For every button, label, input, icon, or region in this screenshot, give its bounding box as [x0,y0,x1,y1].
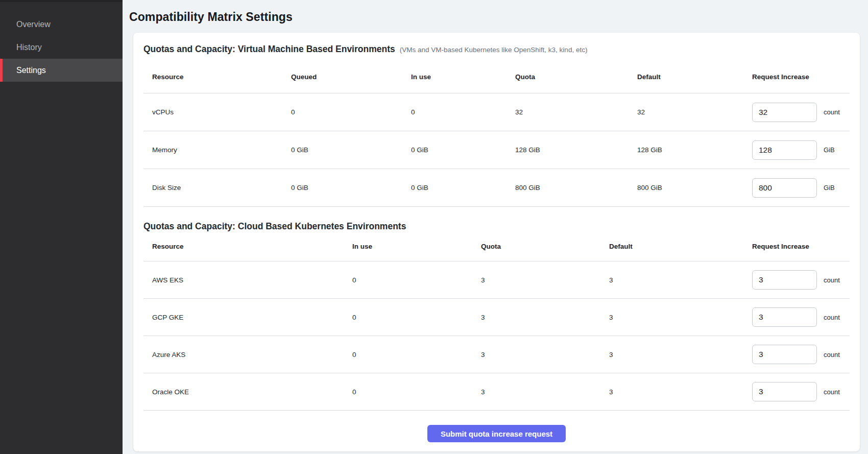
column-header-in-use: In use [402,73,507,81]
sidebar-item-overview[interactable]: Overview [0,13,123,36]
default-value: 800 GiB [629,184,752,192]
unit-label: count [824,108,840,116]
page-title: Compatibility Matrix Settings [129,10,860,24]
column-header-default: Default [600,243,752,250]
queued-value: 0 GiB [282,184,402,192]
column-header-resource: Resource [143,243,344,250]
in-use-value: 0 [344,276,472,284]
column-header-quota: Quota [507,73,629,81]
queued-value: 0 [282,108,402,116]
cloud-quota-table: Resource In use Quota Default Request In… [143,232,850,411]
quota-value: 3 [472,314,600,321]
column-header-resource: Resource [143,73,282,81]
sidebar-item-history[interactable]: History [0,36,123,59]
cloud-section-header: Quotas and Capacity: Cloud Based Kuberne… [143,208,850,232]
cloud-section-title: Quotas and Capacity: Cloud Based Kuberne… [143,221,406,232]
vm-section-title: Quotas and Capacity: Virtual Machine Bas… [143,44,395,55]
gcp-gke-request-increase-input[interactable] [752,307,817,327]
memory-request-increase-input[interactable] [752,140,817,160]
quotas-card: Quotas and Capacity: Virtual Machine Bas… [133,33,860,451]
in-use-value: 0 [344,388,472,396]
unit-label: count [824,314,840,321]
default-value: 128 GiB [629,146,752,154]
default-value: 3 [600,388,752,396]
column-header-request-increase: Request Increase [752,73,850,81]
submit-quota-increase-button[interactable]: Submit quota increase request [427,425,566,442]
sidebar: Overview History Settings [0,0,123,454]
unit-label: GiB [824,184,835,192]
in-use-value: 0 [344,351,472,359]
card-footer: Submit quota increase request [143,411,850,442]
oracle-oke-request-increase-input[interactable] [752,382,817,401]
table-row-vcpus: vCPUs 0 0 32 32 count [143,93,850,131]
default-value: 3 [600,314,752,321]
unit-label: GiB [824,146,835,154]
resource-label: GCP GKE [143,314,344,321]
in-use-value: 0 GiB [402,146,507,154]
aws-eks-request-increase-input[interactable] [752,270,817,290]
default-value: 32 [629,108,752,116]
table-row-oracle-oke: Oracle OKE 0 3 3 count [143,373,850,411]
in-use-value: 0 GiB [402,184,507,192]
unit-label: count [824,388,840,396]
table-row-aws-eks: AWS EKS 0 3 3 count [143,261,850,299]
quota-value: 800 GiB [507,184,629,192]
vm-quota-table: Resource Queued In use Quota Default Req… [143,55,850,207]
in-use-value: 0 [402,108,507,116]
column-header-request-increase: Request Increase [752,243,850,250]
table-row-gcp-gke: GCP GKE 0 3 3 count [143,299,850,336]
table-row-disk-size: Disk Size 0 GiB 0 GiB 800 GiB 800 GiB Gi… [143,169,850,207]
resource-label: Disk Size [143,184,282,192]
main-content: Compatibility Matrix Settings Quotas and… [123,0,868,454]
in-use-value: 0 [344,314,472,321]
unit-label: count [824,276,840,284]
disk-size-request-increase-input[interactable] [752,178,817,198]
vcpus-request-increase-input[interactable] [752,103,817,122]
vm-section-subtitle: (VMs and VM-based Kubernetes like OpenSh… [400,46,588,54]
resource-label: Azure AKS [143,351,344,359]
azure-aks-request-increase-input[interactable] [752,345,817,364]
sidebar-item-settings[interactable]: Settings [0,59,123,82]
quota-value: 3 [472,351,600,359]
cloud-table-header-row: Resource In use Quota Default Request In… [143,232,850,261]
default-value: 3 [600,351,752,359]
resource-label: AWS EKS [143,276,344,284]
unit-label: count [824,351,840,359]
quota-value: 128 GiB [507,146,629,154]
quota-value: 32 [507,108,629,116]
vm-section-header: Quotas and Capacity: Virtual Machine Bas… [143,44,850,55]
quota-value: 3 [472,276,600,284]
table-row-azure-aks: Azure AKS 0 3 3 count [143,336,850,373]
table-row-memory: Memory 0 GiB 0 GiB 128 GiB 128 GiB GiB [143,131,850,169]
queued-value: 0 GiB [282,146,402,154]
resource-label: Oracle OKE [143,388,344,396]
resource-label: Memory [143,146,282,154]
column-header-in-use: In use [344,243,472,250]
quota-value: 3 [472,388,600,396]
default-value: 3 [600,276,752,284]
column-header-default: Default [629,73,752,81]
vm-table-header-row: Resource Queued In use Quota Default Req… [143,55,850,93]
resource-label: vCPUs [143,108,282,116]
column-header-quota: Quota [472,243,600,250]
column-header-queued: Queued [282,73,402,81]
